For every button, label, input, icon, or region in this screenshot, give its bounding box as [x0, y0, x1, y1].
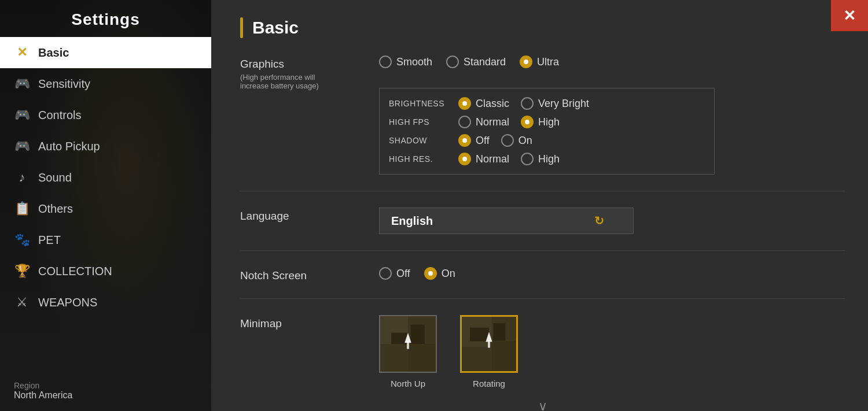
notch-screen-row: Notch Screen Off On — [240, 262, 845, 287]
highres-options: Normal High — [458, 153, 560, 165]
highfps-normal-radio[interactable] — [458, 116, 471, 128]
collection-icon: 🏆 — [14, 264, 30, 279]
notch-on-radio[interactable] — [424, 267, 437, 280]
notch-on-label: On — [442, 268, 455, 280]
sensitivity-icon: 🎮 — [14, 76, 30, 91]
sidebar-item-pet[interactable]: 🐾 PET — [0, 224, 211, 256]
graphics-smooth-radio[interactable] — [379, 55, 392, 68]
minimap-north-up[interactable]: North Up — [379, 315, 437, 388]
notch-off-label: Off — [396, 268, 410, 280]
shadow-off-label: Off — [476, 135, 490, 147]
svg-rect-4 — [411, 324, 425, 344]
language-select[interactable]: English ↻ — [379, 208, 634, 234]
sidebar-label-controls: Controls — [38, 109, 81, 122]
language-label: Language — [240, 208, 379, 223]
graphics-standard[interactable]: Standard — [446, 55, 506, 68]
graphics-ultra[interactable]: Ultra — [520, 55, 559, 68]
highres-high-radio[interactable] — [521, 153, 534, 165]
auto-pickup-icon: 🎮 — [14, 139, 30, 154]
minimap-north-up-label: North Up — [391, 379, 425, 388]
graphics-ultra-label: Ultra — [537, 56, 559, 68]
basic-icon: ✕ — [14, 45, 30, 60]
sidebar-item-controls[interactable]: 🎮 Controls — [0, 99, 211, 131]
highres-high-label: High — [538, 153, 560, 165]
shadow-off[interactable]: Off — [458, 134, 490, 147]
svg-rect-11 — [494, 323, 506, 340]
minimap-row: Minimap — [240, 310, 845, 393]
notch-off[interactable]: Off — [379, 267, 410, 280]
highres-normal-radio[interactable] — [458, 153, 471, 165]
controls-icon: 🎮 — [14, 108, 30, 123]
graphics-smooth[interactable]: Smooth — [379, 55, 432, 68]
sidebar-item-basic[interactable]: ✕ Basic — [0, 37, 211, 68]
highres-normal-label: Normal — [476, 153, 509, 165]
graphics-ultra-radio[interactable] — [520, 55, 532, 68]
sidebar-item-collection[interactable]: 🏆 COLLECTION — [0, 256, 211, 287]
language-controls: English ↻ — [379, 208, 845, 234]
notch-screen-label: Notch Screen — [240, 267, 379, 282]
sound-icon: ♪ — [14, 170, 30, 185]
graphics-smooth-label: Smooth — [396, 56, 432, 68]
sidebar-label-pet: PET — [38, 234, 61, 247]
language-value: English — [391, 214, 433, 228]
sidebar-label-weapons: WEAPONS — [38, 296, 97, 309]
others-icon: 📋 — [14, 201, 30, 216]
highfps-normal[interactable]: Normal — [458, 116, 509, 128]
brightness-classic-label: Classic — [476, 98, 509, 110]
minimap-rotating-img[interactable] — [460, 315, 518, 373]
highres-high[interactable]: High — [521, 153, 560, 165]
divider-2 — [240, 250, 845, 251]
brightness-classic-radio[interactable] — [458, 97, 471, 110]
highfps-label: HIGH FPS — [389, 117, 458, 127]
sidebar-item-weapons[interactable]: ⚔ WEAPONS — [0, 287, 211, 318]
sidebar-item-sensitivity[interactable]: 🎮 Sensitivity — [0, 68, 211, 99]
minimap-controls: North Up R — [379, 315, 845, 388]
sidebar: Settings ✕ Basic 🎮 Sensitivity 🎮 Control… — [0, 0, 211, 411]
svg-rect-10 — [470, 328, 489, 342]
sidebar-footer: Region North America — [0, 371, 211, 411]
highfps-high[interactable]: High — [521, 116, 560, 128]
graphics-standard-radio[interactable] — [446, 55, 459, 68]
sidebar-item-others[interactable]: 📋 Others — [0, 193, 211, 224]
shadow-row: SHADOW Off On — [389, 131, 705, 150]
graphics-sub-label: (High performance willincrease battery u… — [240, 73, 379, 90]
sidebar-item-sound[interactable]: ♪ Sound — [0, 162, 211, 193]
weapons-icon: ⚔ — [14, 295, 30, 310]
close-button[interactable]: ✕ — [831, 0, 868, 31]
shadow-on[interactable]: On — [501, 134, 532, 147]
language-refresh-icon[interactable]: ↻ — [594, 214, 604, 228]
brightness-very-bright-radio[interactable] — [521, 97, 534, 110]
brightness-very-bright[interactable]: Very Bright — [521, 97, 589, 110]
minimap-north-up-img[interactable] — [379, 315, 437, 373]
notch-screen-controls: Off On — [379, 267, 845, 280]
minimap-rotating[interactable]: Rotating — [460, 315, 518, 388]
brightness-options: Classic Very Bright — [458, 97, 589, 110]
highres-normal[interactable]: Normal — [458, 153, 509, 165]
shadow-label: SHADOW — [389, 136, 458, 145]
svg-rect-6 — [407, 341, 409, 349]
sidebar-label-sensitivity: Sensitivity — [38, 77, 90, 91]
notch-on[interactable]: On — [424, 267, 455, 280]
sidebar-item-auto-pickup[interactable]: 🎮 Auto Pickup — [0, 131, 211, 162]
sidebar-content: Settings ✕ Basic 🎮 Sensitivity 🎮 Control… — [0, 0, 211, 411]
shadow-on-radio[interactable] — [501, 134, 514, 147]
svg-rect-2 — [408, 344, 436, 372]
graphics-label: Graphics (High performance willincrease … — [240, 55, 379, 90]
pet-icon: 🐾 — [14, 232, 30, 247]
region-label: Region — [14, 381, 197, 390]
brightness-classic[interactable]: Classic — [458, 97, 509, 110]
sidebar-label-others: Others — [38, 202, 73, 216]
highfps-normal-label: Normal — [476, 116, 509, 128]
sidebar-label-basic: Basic — [38, 46, 69, 60]
minimap-rotating-label: Rotating — [473, 379, 505, 388]
highfps-high-radio[interactable] — [521, 116, 534, 128]
highres-row: HIGH RES. Normal High — [389, 150, 705, 168]
highres-label: HIGH RES. — [389, 154, 458, 164]
brightness-very-bright-label: Very Bright — [538, 98, 589, 110]
section-header: Basic — [240, 17, 845, 38]
region-value: North America — [14, 390, 197, 401]
graphics-controls: Smooth Standard Ultra BRIGHTNESS — [379, 55, 845, 175]
brightness-row: BRIGHTNESS Classic Very Bright — [389, 94, 705, 113]
shadow-off-radio[interactable] — [458, 134, 471, 147]
notch-off-radio[interactable] — [379, 267, 392, 280]
